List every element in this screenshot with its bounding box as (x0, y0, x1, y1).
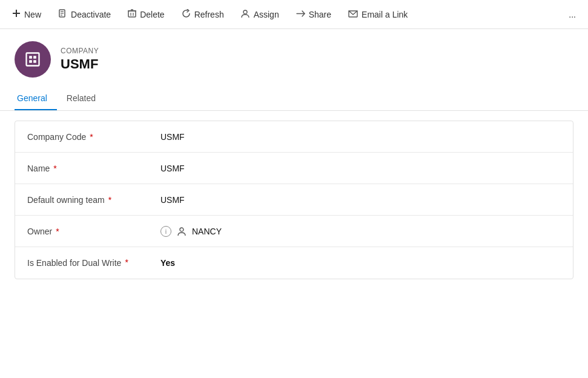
company-icon (24, 51, 41, 68)
required-star-name: * (53, 164, 56, 173)
assign-icon (241, 9, 250, 20)
toolbar: New Deactivate Delete (0, 0, 588, 29)
plus-icon (12, 9, 21, 19)
form-content: Company Code * USMF Name * USMF Default … (0, 111, 588, 289)
refresh-button-label: Refresh (194, 10, 224, 19)
svg-rect-13 (27, 53, 39, 66)
field-row-name: Name * USMF (15, 153, 573, 184)
field-row-default-owning-team: Default owning team * USMF (15, 184, 573, 216)
email-button[interactable]: Email a Link (341, 5, 415, 23)
required-star-owner: * (56, 227, 59, 236)
deactivate-button[interactable]: Deactivate (51, 5, 118, 24)
field-row-owner: Owner * i NANCY (15, 216, 573, 247)
deactivate-icon (58, 9, 67, 20)
svg-rect-16 (29, 60, 32, 63)
delete-button-label: Delete (140, 10, 164, 19)
svg-rect-6 (128, 11, 136, 17)
label-owner: Owner * (27, 227, 160, 236)
label-company-code: Company Code * (27, 132, 160, 142)
svg-rect-15 (33, 56, 36, 59)
required-star-company-code: * (90, 132, 93, 142)
avatar (15, 41, 51, 78)
svg-rect-17 (33, 60, 36, 63)
svg-point-11 (243, 10, 247, 14)
form-card: Company Code * USMF Name * USMF Default … (15, 121, 573, 279)
field-row-dual-write: Is Enabled for Dual Write * Yes (15, 247, 573, 279)
trash-icon (128, 9, 136, 20)
share-button[interactable]: Share (289, 5, 339, 24)
assign-button[interactable]: Assign (234, 5, 286, 24)
assign-button-label: Assign (254, 10, 279, 19)
tabs-bar: General Related (0, 87, 588, 111)
email-button-label: Email a Link (362, 10, 408, 19)
value-name: USMF (160, 164, 561, 173)
record-title-block: COMPANY USMF (61, 47, 99, 72)
refresh-icon (182, 9, 191, 20)
refresh-button[interactable]: Refresh (174, 5, 231, 24)
share-icon (296, 9, 305, 20)
field-row-company-code: Company Code * USMF (15, 121, 573, 153)
delete-button[interactable]: Delete (121, 5, 171, 24)
record-name: USMF (61, 56, 99, 72)
required-star-dual-write: * (125, 257, 128, 267)
deactivate-button-label: Deactivate (71, 10, 111, 19)
user-icon (176, 226, 187, 237)
label-default-owning-team: Default owning team * (27, 195, 160, 205)
required-star-default-owning-team: * (108, 195, 111, 205)
label-name: Name * (27, 164, 160, 173)
new-button[interactable]: New (5, 5, 48, 23)
svg-rect-14 (29, 56, 32, 59)
svg-point-18 (180, 228, 183, 231)
new-button-label: New (24, 10, 41, 19)
label-dual-write: Is Enabled for Dual Write * (27, 257, 160, 268)
tab-related[interactable]: Related (64, 87, 105, 110)
value-default-owning-team: USMF (160, 195, 561, 205)
more-button-label: ... (569, 10, 576, 19)
record-type: COMPANY (61, 47, 99, 55)
email-icon (348, 9, 358, 19)
more-button[interactable]: ... (561, 6, 583, 23)
info-icon: i (160, 226, 171, 237)
record-header: COMPANY USMF (0, 29, 588, 87)
share-button-label: Share (309, 10, 331, 19)
value-company-code: USMF (160, 132, 561, 142)
tab-general[interactable]: General (15, 87, 57, 110)
value-dual-write: Yes (160, 258, 561, 268)
value-owner: i NANCY (160, 226, 561, 237)
